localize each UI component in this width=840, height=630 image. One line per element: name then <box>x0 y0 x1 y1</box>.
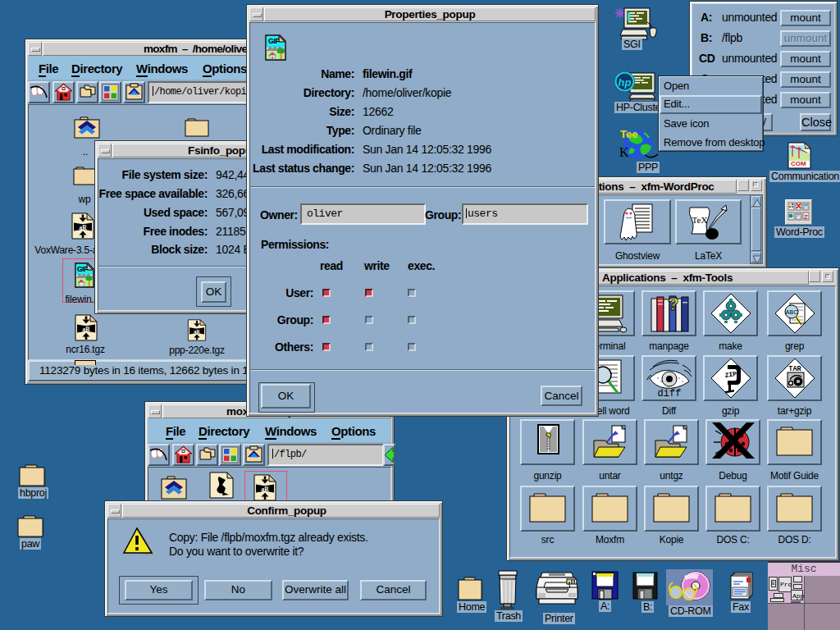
svg-text:TeX: TeX <box>692 215 708 225</box>
svg-text:Tee: Tee <box>620 128 637 140</box>
svg-text:Z: Z <box>804 213 808 221</box>
svg-text:?: ? <box>668 294 678 314</box>
svg-text:hp: hp <box>619 76 632 89</box>
svg-text:COM: COM <box>791 160 806 167</box>
svg-text:GIF: GIF <box>77 265 88 273</box>
svg-text:diff: diff <box>658 388 682 398</box>
svg-text:GIF: GIF <box>268 37 281 45</box>
svg-text:ABC: ABC <box>786 309 797 315</box>
svg-text:K: K <box>619 145 629 159</box>
